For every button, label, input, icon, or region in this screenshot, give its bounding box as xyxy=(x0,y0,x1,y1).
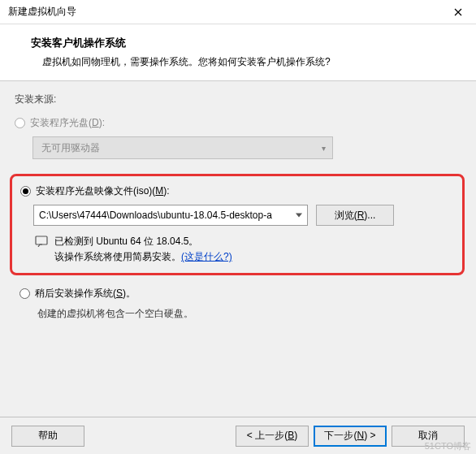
iso-path-input[interactable]: C:\Users\47444\Downloads\ubuntu-18.04.5-… xyxy=(33,205,308,226)
option-later: 稍后安装操作系统(S)。 创建的虚拟机将包含一个空白硬盘。 xyxy=(19,287,461,321)
radio-iso-row[interactable]: 安装程序光盘映像文件(iso)(M): xyxy=(20,184,454,198)
disc-drive-combo: 无可用驱动器 ▾ xyxy=(32,136,333,159)
iso-path-row: C:\Users\47444\Downloads\ubuntu-18.04.5-… xyxy=(33,205,454,226)
detection-info: 已检测到 Ubuntu 64 位 18.04.5。 该操作系统将使用简易安装。(… xyxy=(35,234,454,265)
browse-label: 浏览(R)... xyxy=(335,209,376,223)
radio-disc-label: 安装程序光盘(D): xyxy=(30,116,105,130)
radio-later-label: 稍后安装操作系统(S)。 xyxy=(35,287,136,301)
next-button[interactable]: 下一步(N) > xyxy=(314,426,387,447)
wizard-header: 安装客户机操作系统 虚拟机如同物理机，需要操作系统。您将如何安装客户机操作系统? xyxy=(0,24,476,81)
browse-button[interactable]: 浏览(R)... xyxy=(316,205,394,226)
iso-path-value: C:\Users\47444\Downloads\ubuntu-18.04.5-… xyxy=(39,210,272,221)
radio-later[interactable] xyxy=(19,288,30,299)
back-button[interactable]: < 上一步(B) xyxy=(236,426,309,447)
svg-rect-0 xyxy=(36,236,47,244)
detected-easy-install: 该操作系统将使用简易安装。(这是什么?) xyxy=(54,249,232,265)
close-icon xyxy=(454,8,462,16)
install-source-label: 安装来源: xyxy=(15,93,461,106)
later-description: 创建的虚拟机将包含一个空白硬盘。 xyxy=(37,307,461,321)
close-button[interactable] xyxy=(440,0,476,24)
disc-drive-value: 无可用驱动器 xyxy=(41,141,100,155)
radio-iso-label: 安装程序光盘映像文件(iso)(M): xyxy=(36,184,170,198)
chevron-down-icon: ▾ xyxy=(322,144,326,153)
detected-os: 已检测到 Ubuntu 64 位 18.04.5。 xyxy=(54,234,232,249)
footer: 帮助 < 上一步(B) 下一步(N) > 取消 xyxy=(0,417,476,454)
radio-disc[interactable] xyxy=(15,118,25,128)
option-disc: 安装程序光盘(D): 无可用驱动器 ▾ xyxy=(15,116,461,159)
detection-text: 已检测到 Ubuntu 64 位 18.04.5。 该操作系统将使用简易安装。(… xyxy=(54,234,232,265)
page-title: 安装客户机操作系统 xyxy=(31,36,460,50)
radio-iso[interactable] xyxy=(20,186,31,197)
titlebar: 新建虚拟机向导 xyxy=(0,0,476,24)
page-description: 虚拟机如同物理机，需要操作系统。您将如何安装客户机操作系统? xyxy=(31,55,460,69)
help-button[interactable]: 帮助 xyxy=(11,426,84,447)
radio-disc-row[interactable]: 安装程序光盘(D): xyxy=(15,116,461,130)
content-area: 安装来源: 安装程序光盘(D): 无可用驱动器 ▾ 安装程序光盘映像文件(iso… xyxy=(0,81,476,421)
iso-highlight-box: 安装程序光盘映像文件(iso)(M): C:\Users\47444\Downl… xyxy=(10,174,465,275)
info-icon xyxy=(35,236,48,247)
watermark: 51CTO博客 xyxy=(425,440,471,452)
what-is-this-link[interactable]: (这是什么?) xyxy=(181,251,232,262)
titlebar-title: 新建虚拟机向导 xyxy=(8,5,76,19)
radio-later-row[interactable]: 稍后安装操作系统(S)。 xyxy=(19,287,461,301)
